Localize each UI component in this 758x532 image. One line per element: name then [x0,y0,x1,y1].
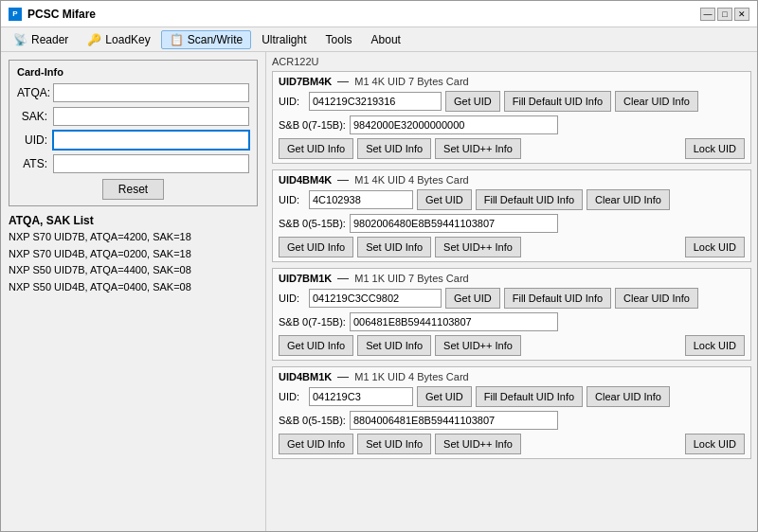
lock-uid-btn-1[interactable]: Lock UID [685,138,745,159]
menu-ultralight-label: Ultralight [262,33,306,46]
section-uid7bm4k: UID7BM4K M1 4K UID 7 Bytes Card UID: Get… [272,71,751,164]
menu-bar: 📡 Reader 🔑 LoadKey 📋 Scan/Write Ultralig… [1,27,757,52]
fill-default-uid-btn-2[interactable]: Fill Default UID Info [476,189,583,210]
uid-row-1: UID: Get UID Fill Default UID Info Clear… [279,91,745,112]
uid-input[interactable] [53,131,249,150]
set-uid-pp-btn-4[interactable]: Set UID++ Info [435,434,521,454]
fill-default-uid-btn-4[interactable]: Fill Default UID Info [476,386,583,407]
close-button[interactable]: ✕ [734,8,749,21]
ats-row: ATS: [17,154,249,173]
uid-row: UID: [17,131,249,150]
set-uid-pp-btn-3[interactable]: Set UID++ Info [435,335,521,356]
section-uid4bm4k: UID4BM4K M1 4K UID 4 Bytes Card UID: Get… [272,169,751,262]
section-line-3 [337,278,349,279]
lock-uid-btn-2[interactable]: Lock UID [685,237,745,257]
section-header-4: UID4BM1K M1 1K UID 4 Bytes Card [279,371,745,382]
loadkey-icon: 🔑 [87,33,101,46]
card-info-title: Card-Info [17,66,249,78]
uid-value-input-3[interactable] [309,289,442,308]
minimize-button[interactable]: — [700,8,715,21]
menu-tools[interactable]: Tools [317,30,361,49]
sab-row-1: S&B 0(7-15B): [279,115,745,134]
set-uid-pp-btn-2[interactable]: Set UID++ Info [435,237,521,257]
sab-input-4[interactable] [350,411,558,430]
get-uid-btn-4[interactable]: Get UID [417,386,472,407]
section-header-1: UID7BM4K M1 4K UID 7 Bytes Card [279,76,745,87]
section-id-3: UID7BM1K [279,273,332,284]
fill-default-uid-btn-1[interactable]: Fill Default UID Info [504,91,611,112]
sab-row-2: S&B 0(5-15B): [279,214,745,233]
uid-row-2: UID: Get UID Fill Default UID Info Clear… [279,189,745,210]
get-uid-info-btn-4[interactable]: Get UID Info [279,434,353,454]
sab-input-2[interactable] [350,214,558,233]
right-panel: ACR122U UID7BM4K M1 4K UID 7 Bytes Card … [266,52,757,531]
atqa-input[interactable] [53,83,249,102]
section-line-2 [337,180,349,181]
clear-uid-info-btn-4[interactable]: Clear UID Info [587,386,670,407]
action-row-3: Get UID Info Set UID Info Set UID++ Info… [279,335,745,356]
uid-value-input-2[interactable] [309,190,413,209]
clear-uid-info-btn-3[interactable]: Clear UID Info [615,288,698,309]
get-uid-btn-2[interactable]: Get UID [417,189,472,210]
section-desc-4: M1 1K UID 4 Bytes Card [354,371,468,382]
set-uid-info-btn-3[interactable]: Set UID Info [357,335,431,356]
uid-field-label-3: UID: [279,293,305,304]
lock-uid-btn-3[interactable]: Lock UID [685,335,745,356]
menu-ultralight[interactable]: Ultralight [253,30,315,49]
get-uid-info-btn-1[interactable]: Get UID Info [279,138,353,159]
sab-row-3: S&B 0(7-15B): [279,312,745,331]
menu-about[interactable]: About [363,30,409,49]
set-uid-info-btn-4[interactable]: Set UID Info [357,434,431,454]
sab-label-1: S&B 0(7-15B): [279,119,346,131]
sak-row: SAK: [17,107,249,126]
action-row-2: Get UID Info Set UID Info Set UID++ Info… [279,237,745,257]
action-row-1: Get UID Info Set UID Info Set UID++ Info… [279,138,745,159]
set-uid-pp-btn-1[interactable]: Set UID++ Info [435,138,521,159]
uid-field-label-1: UID: [279,96,305,107]
get-uid-btn-1[interactable]: Get UID [445,91,500,112]
set-uid-info-btn-2[interactable]: Set UID Info [357,237,431,257]
ats-input[interactable] [53,154,249,173]
get-uid-btn-3[interactable]: Get UID [445,288,500,309]
list-item: NXP S70 UID7B, ATQA=4200, SAK=18 [9,229,258,246]
atqa-label: ATQA: [17,86,47,99]
sak-label: SAK: [17,110,47,123]
sab-input-1[interactable] [350,115,558,134]
action-row-4: Get UID Info Set UID Info Set UID++ Info… [279,434,745,454]
section-line-1 [337,81,349,82]
sab-label-4: S&B 0(5-15B): [279,415,346,426]
get-uid-info-btn-3[interactable]: Get UID Info [279,335,353,356]
sak-input[interactable] [53,107,249,126]
section-header-2: UID4BM4K M1 4K UID 4 Bytes Card [279,174,745,186]
section-id-4: UID4BM1K [279,371,332,382]
clear-uid-info-btn-2[interactable]: Clear UID Info [587,189,670,210]
menu-tools-label: Tools [326,33,352,46]
clear-uid-info-btn-1[interactable]: Clear UID Info [615,91,698,112]
acr-label: ACR122U [272,56,751,67]
uid-label: UID: [17,133,47,147]
left-panel: Card-Info ATQA: SAK: UID: ATS: Reset [1,52,266,531]
menu-loadkey[interactable]: 🔑 LoadKey [79,30,158,49]
get-uid-info-btn-2[interactable]: Get UID Info [279,237,353,257]
maximize-button[interactable]: □ [717,8,732,21]
atqa-list-title: ATQA, SAK List [9,214,258,227]
menu-reader[interactable]: 📡 Reader [5,30,77,49]
section-id-2: UID4BM4K [279,174,332,186]
uid-value-input-4[interactable] [309,387,413,406]
lock-uid-btn-4[interactable]: Lock UID [685,434,745,454]
atqa-list: NXP S70 UID7B, ATQA=4200, SAK=18 NXP S70… [9,229,258,295]
app-icon: P [9,8,22,21]
ats-label: ATS: [17,157,47,170]
menu-scanwrite[interactable]: 📋 Scan/Write [161,30,251,49]
sab-label-3: S&B 0(7-15B): [279,316,346,328]
list-item: NXP S70 UID4B, ATQA=0200, SAK=18 [9,246,258,263]
sab-label-2: S&B 0(5-15B): [279,218,346,229]
uid-value-input-1[interactable] [309,92,442,111]
reset-button[interactable]: Reset [102,179,164,200]
section-uid7bm1k: UID7BM1K M1 1K UID 7 Bytes Card UID: Get… [272,268,751,361]
section-id-1: UID7BM4K [279,76,332,87]
set-uid-info-btn-1[interactable]: Set UID Info [357,138,431,159]
atqa-row: ATQA: [17,83,249,102]
fill-default-uid-btn-3[interactable]: Fill Default UID Info [504,288,611,309]
sab-input-3[interactable] [350,312,558,331]
